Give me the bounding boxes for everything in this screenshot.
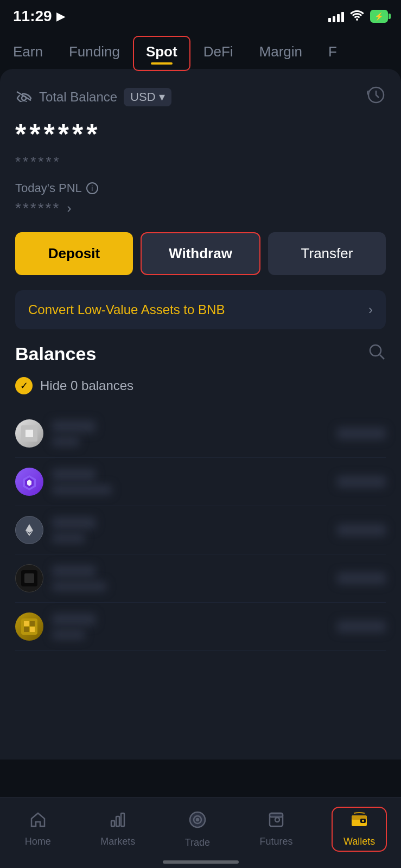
trade-icon bbox=[188, 810, 207, 834]
coin-subname-usdt bbox=[52, 582, 106, 591]
nav-trade-label: Trade bbox=[185, 837, 210, 848]
transfer-button[interactable]: Transfer bbox=[268, 232, 386, 275]
nav-home-label: Home bbox=[25, 836, 51, 847]
coin-name-usdt bbox=[52, 565, 96, 577]
nav-markets[interactable]: Markets bbox=[90, 808, 146, 851]
coin-right-usdt bbox=[337, 572, 386, 584]
coin-info-other bbox=[52, 614, 96, 640]
history-icon[interactable] bbox=[366, 85, 386, 109]
hide-zero-check: ✓ bbox=[15, 377, 33, 394]
coin-left-usdt bbox=[15, 564, 106, 592]
svg-rect-13 bbox=[24, 621, 29, 626]
nav-wallets-label: Wallets bbox=[343, 836, 375, 847]
coin-info-eth bbox=[52, 517, 96, 543]
signal-bars-icon bbox=[328, 10, 344, 22]
currency-badge[interactable]: USD ▾ bbox=[124, 88, 171, 106]
coin-left-eth bbox=[15, 516, 96, 544]
balance-row-other[interactable] bbox=[15, 603, 386, 651]
coin-subname-other bbox=[52, 630, 85, 640]
home-indicator bbox=[163, 860, 239, 864]
tab-funding[interactable]: Funding bbox=[56, 36, 133, 71]
coin-icon-btc bbox=[15, 419, 43, 448]
withdraw-button[interactable]: Withdraw bbox=[141, 232, 260, 275]
coin-name-other bbox=[52, 614, 96, 626]
coin-info-btc bbox=[52, 420, 96, 446]
coin-icon-bnb bbox=[15, 468, 43, 496]
battery-icon: ⚡ bbox=[370, 10, 388, 23]
svg-marker-8 bbox=[26, 524, 33, 533]
balance-row-bnb[interactable] bbox=[15, 458, 386, 506]
balance-sub: ****** bbox=[15, 154, 386, 170]
balance-row-btc[interactable] bbox=[15, 410, 386, 458]
tab-f[interactable]: F bbox=[315, 36, 350, 71]
tab-earn[interactable]: Earn bbox=[0, 36, 56, 71]
coin-amount-bnb bbox=[337, 476, 386, 488]
svg-rect-11 bbox=[24, 573, 34, 583]
coin-name-bnb bbox=[52, 469, 96, 481]
hide-zero-label: Hide 0 balances bbox=[40, 378, 133, 393]
pnl-label: Today's PNL i bbox=[15, 181, 386, 195]
deposit-button[interactable]: Deposit bbox=[15, 232, 133, 275]
svg-rect-17 bbox=[111, 821, 114, 826]
balances-header: Balances bbox=[15, 342, 386, 365]
coin-name-btc bbox=[52, 420, 96, 432]
tab-defi[interactable]: DeFi bbox=[190, 36, 246, 71]
balance-label-group: Total Balance USD ▾ bbox=[15, 88, 171, 106]
bottom-navigation: Home Markets Trade bbox=[0, 797, 401, 868]
coin-right-other bbox=[337, 621, 386, 633]
svg-rect-15 bbox=[24, 627, 29, 632]
nav-home[interactable]: Home bbox=[14, 808, 62, 851]
coin-info-bnb bbox=[52, 469, 112, 495]
svg-point-22 bbox=[196, 819, 199, 821]
home-icon bbox=[29, 811, 47, 833]
nav-futures[interactable]: Futures bbox=[249, 808, 303, 851]
tab-spot[interactable]: Spot bbox=[133, 36, 190, 71]
balance-row-eth[interactable] bbox=[15, 506, 386, 554]
time-display: 11:29 bbox=[13, 8, 52, 25]
pnl-arrow[interactable]: › bbox=[67, 201, 73, 216]
wifi-icon bbox=[349, 9, 365, 24]
pnl-info-icon[interactable]: i bbox=[86, 182, 98, 194]
nav-trade[interactable]: Trade bbox=[174, 807, 221, 852]
svg-point-2 bbox=[370, 345, 381, 356]
main-content: Total Balance USD ▾ ****** ****** Today'… bbox=[0, 69, 401, 760]
nav-wallets[interactable]: Wallets bbox=[332, 807, 387, 852]
coin-left-bnb bbox=[15, 468, 112, 496]
svg-rect-19 bbox=[121, 813, 124, 826]
pnl-section: Today's PNL i ****** › bbox=[15, 181, 386, 217]
coin-amount-eth bbox=[337, 524, 386, 536]
coin-subname-btc bbox=[52, 437, 79, 446]
svg-rect-25 bbox=[270, 813, 283, 817]
coin-icon-other bbox=[15, 612, 43, 641]
coin-subname-eth bbox=[52, 533, 85, 543]
coin-right-btc bbox=[337, 427, 386, 439]
total-balance-label: Total Balance bbox=[39, 90, 117, 105]
coin-amount-usdt bbox=[337, 572, 386, 584]
balances-search-icon[interactable] bbox=[367, 342, 386, 365]
coin-subname-bnb bbox=[52, 485, 112, 495]
balance-row-usdt[interactable] bbox=[15, 554, 386, 603]
balance-header: Total Balance USD ▾ bbox=[15, 85, 386, 109]
nav-futures-label: Futures bbox=[259, 836, 292, 847]
svg-point-0 bbox=[22, 96, 26, 100]
svg-rect-14 bbox=[30, 621, 35, 626]
action-buttons: Deposit Withdraw Transfer bbox=[15, 232, 386, 275]
hide-zero-toggle[interactable]: ✓ Hide 0 balances bbox=[15, 377, 386, 394]
coin-icon-eth bbox=[15, 516, 43, 544]
tab-margin[interactable]: Margin bbox=[246, 36, 315, 71]
svg-point-24 bbox=[275, 818, 279, 822]
tab-navigation: Earn Funding Spot DeFi Margin F bbox=[0, 30, 401, 71]
coin-right-bnb bbox=[337, 476, 386, 488]
svg-rect-18 bbox=[116, 816, 119, 826]
eye-slash-icon[interactable] bbox=[15, 89, 33, 106]
coin-info-usdt bbox=[52, 565, 106, 591]
balance-stars: ****** bbox=[15, 118, 386, 150]
location-icon: ▶ bbox=[56, 10, 65, 23]
coin-left-btc bbox=[15, 419, 96, 448]
status-icons: ⚡ bbox=[328, 9, 388, 24]
coin-amount-btc bbox=[337, 427, 386, 439]
coin-icon-usdt bbox=[15, 564, 43, 592]
coin-right-eth bbox=[337, 524, 386, 536]
coin-name-eth bbox=[52, 517, 96, 529]
convert-banner[interactable]: Convert Low-Value Assets to BNB › bbox=[15, 290, 386, 329]
